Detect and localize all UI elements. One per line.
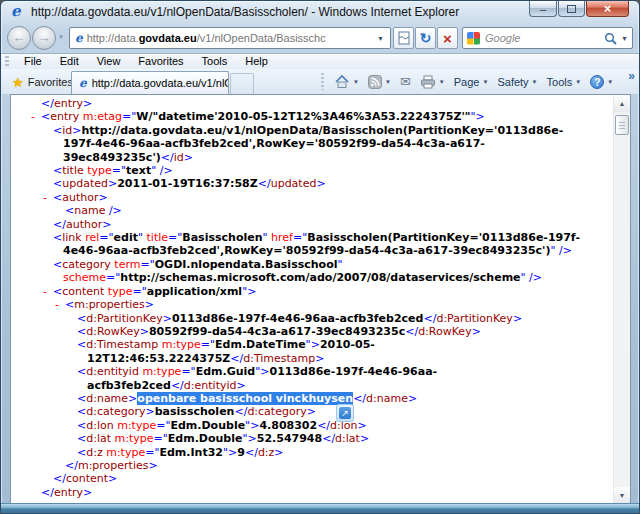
xml-token: author (66, 218, 102, 231)
minimize-button[interactable]: – (529, 1, 557, 17)
search-input[interactable]: Google (485, 32, 520, 44)
xml-token: =" (112, 164, 126, 177)
menu-item-view[interactable]: View (88, 54, 130, 69)
scroll-up-button[interactable]: ▲ (614, 95, 630, 112)
menu-item-file[interactable]: File (15, 54, 51, 69)
xml-token: "> (242, 432, 256, 445)
collapse-toggle[interactable]: - (43, 285, 47, 298)
collapse-toggle[interactable]: - (55, 298, 59, 311)
mail-icon: ✉ (400, 74, 411, 89)
page-label: Page (454, 76, 480, 88)
feeds-button[interactable]: ▼ (365, 75, 394, 89)
scroll-down-button[interactable]: ▼ (614, 487, 630, 504)
tools-menu-button[interactable]: Tools ▼ (544, 76, 585, 88)
xml-token: http://schemas.microsoft.com/ado/2007/08… (120, 271, 520, 284)
toolbar-grip[interactable] (5, 56, 9, 68)
xml-token: </ (322, 432, 335, 445)
xml-token: id (62, 124, 72, 137)
scroll-down-icon: ▼ (619, 492, 626, 499)
xml-token: updated (62, 177, 108, 190)
xml-token: =" (293, 231, 307, 244)
help-button[interactable]: ? ▼ (587, 75, 616, 89)
xml-token: "> (245, 419, 259, 432)
xml-token: </ (161, 151, 174, 164)
help-icon: ? (590, 75, 604, 89)
xml-token: </ (41, 97, 54, 110)
read-mail-button[interactable]: ✉ (397, 74, 414, 89)
xml-line: 4e46-96aa-acfb3feb2ced',RowKey='80592f99… (11, 244, 613, 257)
stop-button[interactable]: × (437, 27, 458, 49)
menu-item-edit[interactable]: Edit (51, 54, 88, 69)
compatibility-view-button[interactable] (393, 27, 414, 49)
xml-token: entry (50, 110, 79, 123)
forward-button[interactable]: → (32, 26, 56, 50)
active-tab[interactable]: e http://data.govdata.eu/v1/nlOpenData..… (71, 71, 229, 94)
search-options-dropdown[interactable]: ▼ (621, 35, 628, 42)
xml-token: 9 (237, 446, 245, 459)
xml-token: =" (99, 231, 113, 244)
xml-token: 4e46-96aa-acfb3feb2ced',RowKey='80592f99… (63, 244, 551, 257)
maximize-button[interactable] (558, 1, 585, 17)
stop-icon: × (443, 30, 452, 47)
xml-line: </m:properties> (11, 459, 613, 472)
print-button[interactable]: ▼ (417, 75, 448, 89)
url-domain: govdata.eu (139, 32, 197, 44)
xml-token: </ (353, 392, 366, 405)
search-box[interactable]: Google ▼ (462, 27, 633, 49)
menu-item-favorites[interactable]: Favorites (129, 54, 192, 69)
page-favicon-icon: e (75, 32, 83, 44)
refresh-icon: ↻ (420, 30, 432, 46)
feeds-dropdown-icon[interactable]: ▼ (385, 79, 391, 85)
menu-item-tools[interactable]: Tools (193, 54, 237, 69)
address-bar[interactable]: e http://data.govdata.eu/v1/nlOpenData/B… (69, 27, 391, 49)
scrollbar-thumb[interactable] (615, 115, 629, 135)
print-dropdown-icon[interactable]: ▼ (439, 79, 445, 85)
close-button[interactable]: × (586, 1, 629, 17)
xml-token: > (146, 405, 155, 418)
collapse-toggle[interactable]: - (43, 191, 47, 204)
xml-token: > (316, 177, 325, 190)
recent-pages-dropdown[interactable]: ▼ (58, 34, 64, 40)
page-menu-button[interactable]: Page ▼ (451, 76, 492, 88)
new-tab-stub[interactable] (230, 73, 254, 94)
home-dropdown-icon[interactable]: ▼ (353, 79, 359, 85)
back-button[interactable]: ← (7, 26, 31, 50)
favorites-star-icon: ★ (12, 75, 24, 90)
xml-token: " /> (151, 164, 172, 177)
xml-token: Edm.Double (168, 432, 243, 445)
forward-icon: → (38, 30, 51, 45)
xml-token: title (62, 164, 84, 177)
xml-token: > (315, 352, 324, 365)
safety-menu-button[interactable]: Safety ▼ (494, 76, 540, 88)
xml-line: 12T12:46:53.2224375Z</d:Timestamp> (11, 352, 613, 365)
xml-token: > (108, 472, 117, 485)
compatibility-page-icon (398, 31, 410, 45)
home-button[interactable]: ▼ (331, 74, 362, 89)
menu-item-help[interactable]: Help (236, 54, 277, 69)
refresh-button[interactable]: ↻ (415, 27, 436, 49)
collapse-toggle[interactable]: - (31, 110, 35, 123)
xml-token: m:properties (74, 298, 145, 311)
xml-token: Edm.Guid (196, 365, 256, 378)
xml-token: d:RowKey (418, 325, 472, 338)
address-dropdown-icon[interactable]: ▼ (374, 35, 387, 42)
search-magnifier-icon[interactable] (604, 32, 617, 45)
xml-token: =" (132, 285, 146, 298)
xml-token: "> (471, 110, 485, 123)
xml-token: > (513, 312, 522, 325)
vertical-scrollbar[interactable]: ▲ ▼ (613, 95, 630, 504)
xml-token: application/xml (147, 285, 242, 298)
xml-line: <d:entityid m:type="Edm.Guid">0113d86e-1… (11, 365, 613, 378)
browser-window: e http://data.govdata.eu/v1/nlOpenData/B… (0, 0, 640, 514)
xml-token: </ (230, 352, 243, 365)
xml-token: 4.808302 (259, 419, 317, 432)
xml-token: =" (156, 419, 170, 432)
xml-token: > (83, 97, 92, 110)
xml-token: =" (168, 231, 182, 244)
accelerator-button[interactable]: ↗ (336, 404, 354, 422)
navigation-bar: ← → ▼ e http://data.govdata.eu/v1/nlOpen… (1, 23, 639, 53)
favorites-button[interactable]: ★ Favorites (7, 72, 78, 92)
xml-token: > (472, 325, 481, 338)
toolbar-overflow-chevron[interactable]: » (628, 69, 635, 83)
xml-token: < (77, 419, 86, 432)
